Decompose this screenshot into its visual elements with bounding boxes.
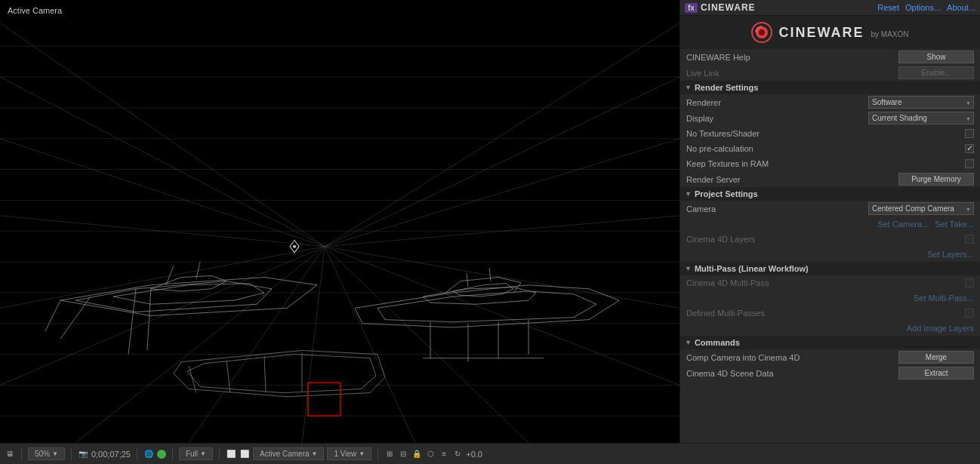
view-select-label: 1 View [334,450,356,458]
share-icon: ⬡ [425,449,436,459]
timecode-display: 0;00;07;25 [91,450,131,459]
renderer-row: Renderer Software [680,94,980,110]
camera-row: Camera Centered Comp Camera [680,201,980,217]
cineware-logo: CINEWARE by MAXON [680,16,980,49]
viewport: Active Camera [0,0,680,443]
no-precalc-control [792,144,974,153]
defined-multipasses-row: Defined Multi-Passes [680,306,980,321]
panel-header: fx CINEWARE Reset Options... About... [680,0,980,16]
project-settings-section[interactable]: ▼ Project Settings [680,187,980,201]
cinema4d-multipass-checkbox[interactable] [965,278,974,287]
viewport-grid [0,0,680,443]
options-link[interactable]: Options... [905,3,941,12]
set-layers-link: Set Layers... [927,250,974,259]
no-textures-checkbox[interactable] [965,129,974,138]
quality-control[interactable]: Full ▼ [179,447,213,460]
enable-button[interactable]: Enable... [898,66,974,79]
toolbar-divider-1 [21,448,22,460]
live-link-row: Live Link Enable... [680,65,980,81]
render-settings-section[interactable]: ▼ Render Settings [680,81,980,94]
status-dot [157,450,166,459]
render-settings-label: Render Settings [695,83,758,92]
renderer-control: Software [792,96,974,109]
monitor-icon: 🖥 [5,449,15,459]
about-link[interactable]: About... [947,3,975,12]
zoom-control[interactable]: 50% ▼ [28,447,65,460]
keep-textures-control [792,159,974,168]
camera-select-icon: ▼ [312,450,318,457]
set-layers-row: Set Layers... [680,247,980,262]
project-settings-label: Project Settings [695,189,758,198]
keep-textures-label: Keep Textures in RAM [686,159,792,168]
defined-multipasses-control [792,309,974,318]
no-precalc-row: No pre-calculation [680,141,980,156]
transform-icon: ⊞ [384,449,395,459]
add-image-layers-link: Add Image Layers [907,324,974,333]
comp-camera-row: Comp Camera into Cinema 4D Merge [680,349,980,365]
merge-button[interactable]: Merge [898,351,974,364]
render-server-label: Render Server [686,175,792,184]
keep-textures-row: Keep Textures in RAM [680,156,980,171]
scene-data-label: Cinema 4D Scene Data [686,369,792,378]
value-text: +0.0 [466,450,482,459]
display-select[interactable]: Current Shading [868,112,974,124]
no-precalc-label: No pre-calculation [686,144,792,153]
purge-memory-button[interactable]: Purge Memory [898,173,974,186]
rotate-icon: ↻ [452,449,463,459]
camera-control: Centered Comp Camera [792,202,974,215]
zoom-dropdown-icon: ▼ [52,450,58,457]
no-textures-row: No Textures/Shader [680,126,980,141]
cinema4d-layers-control [792,235,974,244]
view-select-icon: ▼ [359,450,365,457]
defined-multipasses-checkbox[interactable] [965,309,974,318]
keep-textures-checkbox[interactable] [965,159,974,168]
set-multipass-row: Set Multi-Pass... [680,290,980,306]
cinema4d-multipass-row: Cinema 4D Multi-Pass [680,275,980,290]
set-take-link: Set Take... [935,220,974,229]
screen-icon-2: ⬜ [239,449,250,459]
camera-select-wrapper: Centered Comp Camera [868,202,974,215]
display-row: Display Current Shading [680,110,980,126]
cinema4d-layers-row: Cinema 4D Layers [680,232,980,247]
cineware-help-control: Show [792,51,974,63]
main-area: Active Camera [0,0,980,443]
toolbar-divider-4 [172,448,173,460]
comp-camera-control: Merge [800,351,974,364]
svg-rect-0 [0,0,680,443]
fx-badge: fx [685,3,698,13]
renderer-select-wrapper: Software [868,96,974,109]
camera-select-btn[interactable]: Active Camera ▼ [253,447,325,460]
renderer-select[interactable]: Software [868,96,974,109]
live-link-control: Enable... [792,66,974,79]
svg-point-49 [293,245,296,248]
project-settings-triangle: ▼ [685,190,692,198]
cineware-help-label: CINEWARE Help [686,53,792,62]
multipass-label: Multi-Pass (Linear Workflow) [695,264,809,273]
quality-value: Full [186,450,198,458]
cinema4d-layers-label: Cinema 4D Layers [686,235,792,244]
show-button[interactable]: Show [898,51,974,63]
extract-button[interactable]: Extract [898,367,974,379]
camera-select[interactable]: Centered Comp Camera [868,202,974,215]
render-server-control: Purge Memory [792,173,974,186]
multipass-section[interactable]: ▼ Multi-Pass (Linear Workflow) [680,262,980,275]
cineware-logo-text-group: CINEWARE by MAXON [778,25,908,41]
commands-triangle: ▼ [685,339,692,346]
camera-label: Camera [686,204,792,214]
defined-multipasses-label: Defined Multi-Passes [686,309,792,318]
scene-data-row: Cinema 4D Scene Data Extract [680,365,980,381]
panel-header-actions: Reset Options... About... [877,3,975,12]
cinema4d-layers-checkbox[interactable] [965,235,974,244]
screen-icon-1: ⬜ [226,449,236,459]
set-camera-link: Set Camera... [877,220,929,229]
render-settings-triangle: ▼ [685,84,692,91]
commands-section[interactable]: ▼ Commands [680,336,980,349]
reset-link[interactable]: Reset [877,3,899,12]
no-precalc-checkbox[interactable] [965,144,974,153]
zoom-value: 50% [35,450,50,458]
view-select-btn[interactable]: 1 View ▼ [327,447,371,460]
toolbar-divider-2 [71,448,72,460]
panel-title: CINEWARE [701,2,756,13]
timecode-value: 0;00;07;25 [91,450,131,459]
no-textures-label: No Textures/Shader [686,129,792,138]
